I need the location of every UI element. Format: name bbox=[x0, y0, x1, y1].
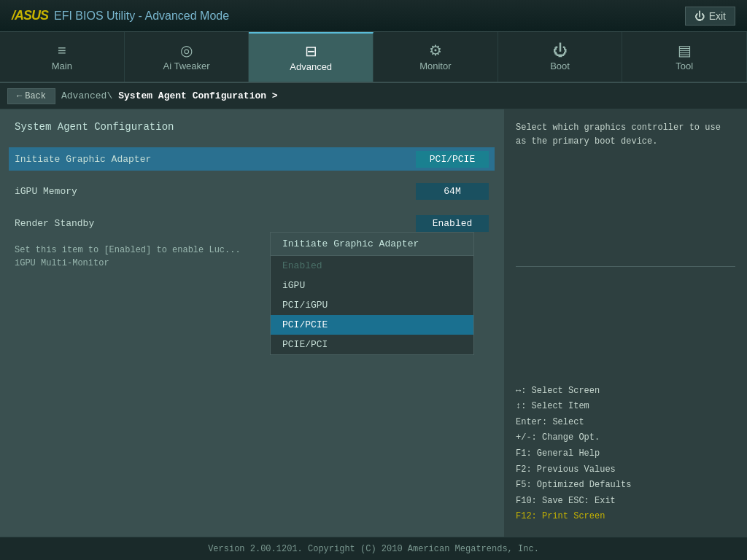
igpu-memory-value: 64M bbox=[416, 183, 489, 200]
monitor-icon: ⚙ bbox=[429, 43, 442, 58]
header-title: /ASUS EFI BIOS Utility - Advanced Mode bbox=[12, 8, 229, 23]
section-title: System Agent Configuration bbox=[15, 121, 489, 133]
boot-icon: ⏻ bbox=[553, 43, 568, 58]
dropdown-title: Initiate Graphic Adapter bbox=[271, 233, 473, 256]
initiate-graphic-adapter-row[interactable]: Initiate Graphic Adapter PCI/PCIE bbox=[9, 147, 495, 171]
key-hint-change: +/-: Change Opt. bbox=[516, 430, 735, 446]
header: /ASUS EFI BIOS Utility - Advanced Mode ⏻… bbox=[0, 0, 747, 32]
footer: Version 2.00.1201. Copyright (C) 2010 Am… bbox=[0, 537, 747, 560]
tab-monitor[interactable]: ⚙ Monitor bbox=[374, 32, 498, 82]
dropdown-item-igpu[interactable]: iGPU bbox=[271, 276, 473, 295]
breadcrumb-path: Advanced\ bbox=[61, 90, 112, 101]
tab-tool[interactable]: ▤ Tool bbox=[622, 32, 747, 82]
footer-text: Version 2.00.1201. Copyright (C) 2010 Am… bbox=[208, 544, 539, 554]
key-hint-select-screen: ↔: Select Screen bbox=[516, 384, 735, 400]
igpu-memory-label: iGPU Memory bbox=[15, 186, 77, 197]
initiate-graphic-adapter-value: PCI/PCIE bbox=[416, 151, 489, 168]
divider bbox=[516, 266, 735, 267]
main-area: System Agent Configuration Initiate Grap… bbox=[0, 109, 747, 537]
key-hint-enter: Enter: Select bbox=[516, 415, 735, 431]
tab-advanced[interactable]: ⊟ Advanced bbox=[249, 32, 374, 82]
help-text: Select which graphics controller to use … bbox=[516, 121, 735, 149]
key-hints: ↔: Select Screen ↕: Select Item Enter: S… bbox=[516, 384, 735, 525]
render-standby-value: Enabled bbox=[416, 215, 489, 232]
right-panel: Select which graphics controller to use … bbox=[503, 109, 747, 537]
key-hint-f1: F1: General Help bbox=[516, 446, 735, 462]
bios-title: EFI BIOS Utility - Advanced Mode bbox=[54, 9, 229, 23]
key-hint-select-item: ↕: Select Item bbox=[516, 399, 735, 415]
dropdown-item-disabled: Enabled bbox=[271, 256, 473, 276]
left-panel: System Agent Configuration Initiate Grap… bbox=[0, 109, 503, 537]
main-icon: ≡ bbox=[58, 43, 66, 58]
tab-boot[interactable]: ⏻ Boot bbox=[498, 32, 623, 82]
key-hint-f10: F10: Save ESC: Exit bbox=[516, 494, 735, 510]
tab-main[interactable]: ≡ Main bbox=[0, 32, 125, 82]
ai-tweaker-icon: ◎ bbox=[180, 43, 193, 58]
dropdown-item-pcie-pci[interactable]: PCIE/PCI bbox=[271, 335, 473, 354]
advanced-icon: ⊟ bbox=[305, 44, 317, 58]
key-hint-f12: F12: Print Screen bbox=[516, 509, 735, 525]
tool-icon: ▤ bbox=[678, 43, 692, 58]
asus-logo: /ASUS bbox=[12, 8, 48, 23]
dropdown-item-pci-igpu[interactable]: PCI/iGPU bbox=[271, 295, 473, 315]
back-button[interactable]: ← Back bbox=[7, 88, 55, 104]
nav-tabs: ≡ Main ◎ Ai Tweaker ⊟ Advanced ⚙ Monitor… bbox=[0, 32, 747, 83]
tab-ai-tweaker[interactable]: ◎ Ai Tweaker bbox=[125, 32, 249, 82]
breadcrumb-current: System Agent Configuration > bbox=[118, 90, 277, 101]
key-hint-f2: F2: Previous Values bbox=[516, 462, 735, 478]
power-icon: ⏻ bbox=[694, 10, 705, 22]
igpu-memory-row[interactable]: iGPU Memory 64M bbox=[15, 179, 489, 203]
back-arrow-icon: ← bbox=[17, 91, 22, 101]
key-hint-f5: F5: Optimized Defaults bbox=[516, 478, 735, 494]
initiate-graphic-adapter-label: Initiate Graphic Adapter bbox=[15, 154, 151, 165]
breadcrumb-bar: ← Back Advanced\ System Agent Configurat… bbox=[0, 83, 747, 109]
dropdown-overlay: Initiate Graphic Adapter Enabled iGPU PC… bbox=[270, 232, 474, 355]
dropdown-item-pci-pcie[interactable]: PCI/PCIE bbox=[271, 315, 473, 335]
render-standby-label: Render Standby bbox=[15, 218, 94, 229]
exit-button[interactable]: ⏻ Exit bbox=[685, 7, 735, 26]
